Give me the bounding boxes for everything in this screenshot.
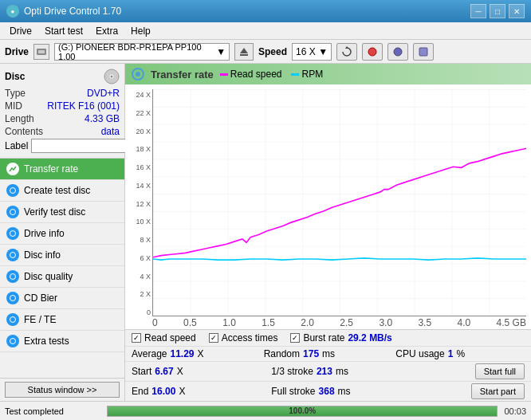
title-bar: ● Opti Drive Control 1.70 ─ □ ✕ bbox=[0, 0, 531, 22]
verify-test-disc-icon bbox=[6, 206, 19, 218]
y-label-22: 22 X bbox=[125, 109, 151, 117]
burst-rate-checkbox-item: ✓ Burst rate 29.2 MB/s bbox=[290, 332, 391, 343]
svg-rect-3 bbox=[240, 54, 248, 56]
y-label-6: 6 X bbox=[125, 254, 151, 262]
svg-point-5 bbox=[368, 48, 376, 56]
chart-legend: Read speed RPM bbox=[220, 69, 323, 80]
checkboxes-row: ✓ Read speed ✓ Access times ✓ Burst rate… bbox=[125, 329, 531, 346]
average-value: 11.29 bbox=[170, 348, 194, 359]
icon-btn-1[interactable] bbox=[362, 43, 383, 61]
nav-drive-info-label: Drive info bbox=[24, 228, 65, 239]
nav-drive-info[interactable]: Drive info bbox=[0, 223, 124, 245]
nav-disc-info[interactable]: Disc info bbox=[0, 245, 124, 266]
svg-point-15 bbox=[10, 231, 16, 237]
svg-point-17 bbox=[10, 274, 16, 280]
label-label: Label bbox=[5, 140, 28, 151]
icon-btn-2[interactable] bbox=[387, 43, 408, 61]
progress-bar: 100.0% bbox=[107, 406, 498, 417]
nav-verify-test-disc-label: Verify test disc bbox=[24, 206, 85, 218]
start-full-button[interactable]: Start full bbox=[475, 363, 525, 379]
contents-value: data bbox=[101, 126, 120, 137]
time-display: 00:03 bbox=[504, 406, 526, 416]
svg-point-19 bbox=[10, 317, 16, 323]
legend-read-speed-dot bbox=[220, 73, 228, 76]
chart-header: Transfer rate Read speed RPM bbox=[125, 64, 531, 84]
nav-disc-quality[interactable]: Disc quality bbox=[0, 266, 124, 288]
x-label-0: 0 bbox=[152, 317, 158, 328]
burst-rate-cb-label: Burst rate bbox=[303, 332, 344, 343]
drive-info-icon bbox=[6, 227, 19, 240]
chart-title: Transfer rate bbox=[151, 69, 214, 80]
svg-point-10 bbox=[111, 76, 113, 78]
nav-extra-tests[interactable]: Extra tests bbox=[0, 331, 124, 352]
speed-value: 16 X bbox=[296, 46, 316, 57]
nav-fe-te[interactable]: FE / TE bbox=[0, 309, 124, 331]
cd-bier-icon bbox=[6, 292, 19, 304]
chart-inner bbox=[152, 89, 526, 316]
svg-point-6 bbox=[394, 48, 402, 56]
speed-dropdown[interactable]: 16 X ▼ bbox=[292, 43, 332, 61]
menu-bar: Drive Start test Extra Help bbox=[0, 22, 531, 40]
eject-button[interactable] bbox=[234, 43, 254, 61]
app-title: Opti Drive Control 1.70 bbox=[24, 6, 121, 17]
nav-create-test-disc-label: Create test disc bbox=[24, 185, 90, 196]
start-part-button[interactable]: Start part bbox=[471, 383, 525, 399]
nav-verify-test-disc[interactable]: Verify test disc bbox=[0, 202, 124, 223]
x-label-20: 2.0 bbox=[301, 317, 314, 328]
icon-btn-3[interactable] bbox=[413, 43, 434, 61]
access-times-checkbox[interactable]: ✓ bbox=[209, 333, 218, 343]
read-speed-checkbox[interactable]: ✓ bbox=[132, 333, 141, 343]
create-test-disc-icon bbox=[6, 184, 19, 197]
menu-extra[interactable]: Extra bbox=[89, 24, 124, 38]
menu-start-test[interactable]: Start test bbox=[38, 24, 89, 38]
random-value: 175 bbox=[303, 348, 319, 359]
nav-create-test-disc[interactable]: Create test disc bbox=[0, 180, 124, 202]
close-button[interactable]: ✕ bbox=[509, 4, 525, 18]
disc-icon bbox=[104, 69, 120, 84]
burst-rate-checkbox[interactable]: ✓ bbox=[290, 333, 300, 343]
stats-row-1: Average 11.29 X Random 175 ms CPU usage … bbox=[125, 346, 531, 361]
disc-type-row: Type DVD+R bbox=[5, 88, 120, 99]
menu-drive[interactable]: Drive bbox=[3, 24, 38, 38]
svg-rect-1 bbox=[38, 50, 45, 53]
x-label-05: 0.5 bbox=[183, 317, 197, 328]
x-label-15: 1.5 bbox=[262, 317, 275, 328]
nav-cd-bier[interactable]: CD Bier bbox=[0, 288, 124, 309]
svg-point-16 bbox=[10, 253, 16, 258]
chart-spin-icon bbox=[132, 68, 144, 80]
nav-cd-bier-label: CD Bier bbox=[24, 292, 57, 304]
start-label: Start bbox=[132, 366, 151, 377]
status-window-section: Status window >> bbox=[0, 378, 124, 401]
x-label-30: 3.0 bbox=[379, 317, 392, 328]
nav-transfer-rate[interactable]: Transfer rate bbox=[0, 159, 124, 180]
disc-info-icon bbox=[6, 249, 19, 261]
menu-help[interactable]: Help bbox=[124, 24, 157, 38]
svg-point-14 bbox=[10, 210, 16, 215]
start-value: 6.67 bbox=[155, 366, 173, 377]
y-label-16: 16 X bbox=[125, 163, 151, 171]
access-times-cb-label: Access times bbox=[222, 332, 278, 343]
status-window-button[interactable]: Status window >> bbox=[5, 382, 120, 398]
svg-rect-7 bbox=[419, 48, 427, 56]
random-label: Random bbox=[264, 348, 300, 359]
read-speed-checkbox-item: ✓ Read speed bbox=[132, 332, 196, 343]
drive-bar: Drive (G:) PIONEER BDR-PR1EPA PP100 1.00… bbox=[0, 40, 531, 64]
length-label: Length bbox=[5, 113, 34, 124]
x-label-35: 3.5 bbox=[418, 317, 431, 328]
status-text: Test completed bbox=[5, 406, 100, 416]
mid-label: MID bbox=[5, 100, 22, 112]
nav-disc-quality-label: Disc quality bbox=[24, 271, 73, 282]
legend-read-speed-label: Read speed bbox=[230, 69, 282, 80]
chart-svg bbox=[153, 89, 526, 316]
drive-icon bbox=[33, 44, 49, 60]
minimize-button[interactable]: ─ bbox=[470, 4, 486, 18]
disc-contents-row: Contents data bbox=[5, 126, 120, 137]
average-unit: X bbox=[198, 348, 204, 359]
maximize-button[interactable]: □ bbox=[490, 4, 505, 18]
drive-dropdown[interactable]: (G:) PIONEER BDR-PR1EPA PP100 1.00 ▼ bbox=[54, 43, 230, 61]
y-label-8: 8 X bbox=[125, 236, 151, 244]
refresh-button[interactable] bbox=[336, 43, 357, 61]
y-label-14: 14 X bbox=[125, 182, 151, 190]
y-label-2: 2 X bbox=[125, 290, 151, 298]
legend-rpm-label: RPM bbox=[301, 69, 323, 80]
